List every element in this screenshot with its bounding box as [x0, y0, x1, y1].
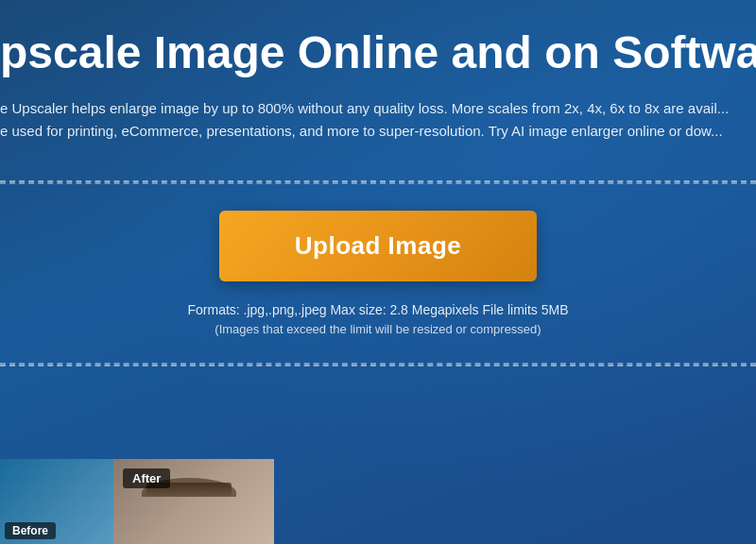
upload-drop-zone[interactable]: Upload Image Formats: .jpg,.png,.jpeg Ma…	[0, 180, 756, 366]
description-line-2: e used for printing, eCommerce, presenta…	[0, 120, 756, 143]
description-section: e Upscaler helps enlarge image by up to …	[0, 97, 756, 162]
main-container: pscale Image Online and on Software e Up…	[0, 0, 756, 544]
before-label: Before	[5, 522, 56, 539]
title-section: pscale Image Online and on Software	[0, 0, 756, 97]
formats-label: Formats: .jpg,.png,.jpeg Max size: 2.8 M…	[187, 298, 568, 322]
after-image: After	[113, 459, 274, 544]
upload-image-button[interactable]: Upload Image	[219, 211, 537, 281]
before-image: Before	[0, 459, 113, 544]
description-line-1: e Upscaler helps enlarge image by up to …	[0, 97, 756, 120]
preview-section: Before After	[0, 450, 756, 544]
formats-note: (Images that exceed the limit will be re…	[187, 322, 568, 336]
page-title: pscale Image Online and on Software	[0, 28, 756, 78]
formats-info: Formats: .jpg,.png,.jpeg Max size: 2.8 M…	[187, 298, 568, 336]
after-label: After	[123, 468, 170, 488]
